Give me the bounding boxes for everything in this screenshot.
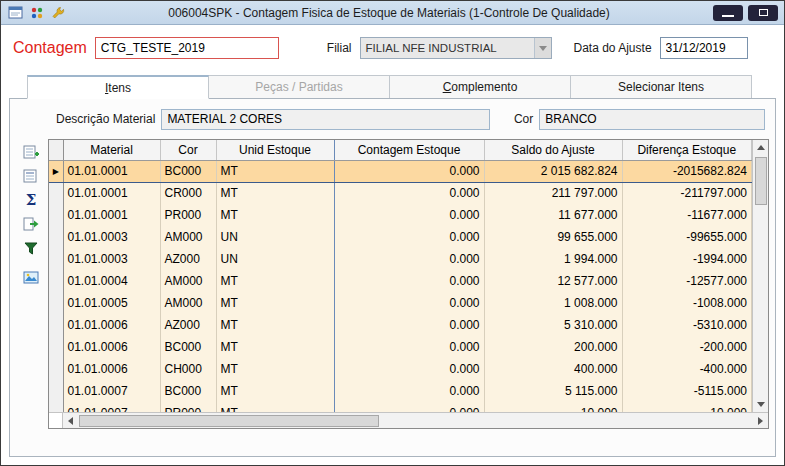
grid-cell[interactable]: MT xyxy=(216,160,334,182)
add-row-icon[interactable] xyxy=(20,141,42,163)
grid-cell[interactable]: -99655.000 xyxy=(622,226,752,248)
grid-cell[interactable]: AZ000 xyxy=(160,248,216,270)
grid-cell[interactable]: 01.01.0005 xyxy=(63,292,160,314)
grid-cell[interactable]: MT xyxy=(216,314,334,336)
grid-cell[interactable]: 01.01.0001 xyxy=(63,204,160,226)
grid-cell[interactable]: UN xyxy=(216,248,334,270)
scroll-left-button[interactable] xyxy=(63,413,78,428)
cor-field[interactable]: BRANCO xyxy=(539,109,765,130)
grid-cell[interactable]: 0.000 xyxy=(334,402,484,412)
column-header-contagem-estoque[interactable]: Contagem Estoque xyxy=(334,140,484,160)
grid-cell[interactable]: MT xyxy=(216,182,334,204)
column-header-material[interactable]: Material xyxy=(63,140,160,160)
grid-cell[interactable]: 0.000 xyxy=(334,380,484,402)
grid-cell[interactable]: 0.000 xyxy=(334,182,484,204)
grid-cell[interactable]: MT xyxy=(216,270,334,292)
grid-cell[interactable]: 11 677.000 xyxy=(484,204,622,226)
grid-cell[interactable]: BC000 xyxy=(160,380,216,402)
scroll-right-button[interactable] xyxy=(753,413,768,428)
grid-cell[interactable]: MT xyxy=(216,402,334,412)
horizontal-scrollbar[interactable] xyxy=(63,413,768,428)
grid-cell[interactable]: -10.000 xyxy=(622,402,752,412)
grid-cell[interactable]: BC000 xyxy=(160,336,216,358)
column-header-diferen-a-estoque[interactable]: Diferença Estoque xyxy=(622,140,752,160)
table-row[interactable]: 01.01.0003AZ000UN0.0001 994.000-1994.000 xyxy=(49,248,752,270)
chart-icon[interactable] xyxy=(20,267,42,289)
table-row[interactable]: 01.01.0005AM000MT0.0001 008.000-1008.000 xyxy=(49,292,752,314)
vertical-scrollbar[interactable] xyxy=(752,140,768,412)
contagem-input[interactable] xyxy=(95,37,279,59)
grid-cell[interactable]: PR000 xyxy=(160,402,216,412)
table-row[interactable]: 01.01.0007PR000MT0.00010.000-10.000 xyxy=(49,402,752,412)
vertical-scroll-thumb[interactable] xyxy=(755,157,767,205)
table-row[interactable]: 01.01.0006CH000MT0.000400.000-400.000 xyxy=(49,358,752,380)
table-row[interactable]: ▶01.01.0001BC000MT0.0002 015 682.824-201… xyxy=(49,160,752,182)
grid-cell[interactable]: CH000 xyxy=(160,358,216,380)
grid-cell[interactable]: 01.01.0004 xyxy=(63,270,160,292)
export-icon[interactable] xyxy=(20,213,42,235)
grid-cell[interactable]: -211797.000 xyxy=(622,182,752,204)
grid-cell[interactable]: 0.000 xyxy=(334,336,484,358)
components-icon[interactable] xyxy=(28,4,46,22)
column-header-cor[interactable]: Cor xyxy=(160,140,216,160)
grid-cell[interactable]: MT xyxy=(216,204,334,226)
grid-cell[interactable]: MT xyxy=(216,380,334,402)
grid-cell[interactable]: MT xyxy=(216,358,334,380)
grid-cell[interactable]: 01.01.0001 xyxy=(63,182,160,204)
scroll-up-button[interactable] xyxy=(754,140,768,155)
table-row[interactable]: 01.01.0007BC000MT0.0005 115.000-5115.000 xyxy=(49,380,752,402)
grid-cell[interactable]: -400.000 xyxy=(622,358,752,380)
grid-cell[interactable]: AM000 xyxy=(160,270,216,292)
grid-cell[interactable]: 0.000 xyxy=(334,314,484,336)
grid-cell[interactable]: 01.01.0003 xyxy=(63,226,160,248)
data-ajuste-input[interactable] xyxy=(660,37,748,59)
grid-cell[interactable]: AM000 xyxy=(160,226,216,248)
table-row[interactable]: 01.01.0006BC000MT0.000200.000-200.000 xyxy=(49,336,752,358)
grid-cell[interactable]: 01.01.0006 xyxy=(63,336,160,358)
grid-cell[interactable]: 5 310.000 xyxy=(484,314,622,336)
table-row[interactable]: 01.01.0001PR000MT0.00011 677.000-11677.0… xyxy=(49,204,752,226)
wrench-icon[interactable] xyxy=(49,4,67,22)
grid-cell[interactable]: -12577.000 xyxy=(622,270,752,292)
filial-combobox[interactable]: FILIAL NFE INDUSTRIAL xyxy=(360,37,552,59)
grid-cell[interactable]: -1994.000 xyxy=(622,248,752,270)
tab-pecas-partidas[interactable]: Peças / Partidas xyxy=(209,75,390,99)
grid-cell[interactable]: 5 115.000 xyxy=(484,380,622,402)
grid-cell[interactable]: MT xyxy=(216,292,334,314)
descricao-material-field[interactable]: MATERIAL 2 CORES xyxy=(161,109,490,130)
grid-cell[interactable]: 0.000 xyxy=(334,226,484,248)
horizontal-scroll-thumb[interactable] xyxy=(79,415,379,427)
filter-icon[interactable] xyxy=(20,237,42,259)
grid-cell[interactable]: 1 994.000 xyxy=(484,248,622,270)
grid-cell[interactable]: -5115.000 xyxy=(622,380,752,402)
chevron-down-icon[interactable] xyxy=(534,38,551,58)
table-row[interactable]: 01.01.0006AZ000MT0.0005 310.000-5310.000 xyxy=(49,314,752,336)
scroll-down-button[interactable] xyxy=(754,397,768,412)
grid-cell[interactable]: AM000 xyxy=(160,292,216,314)
grid-cell[interactable]: 10.000 xyxy=(484,402,622,412)
tab-itens[interactable]: Itens xyxy=(27,75,209,99)
grid-cell[interactable]: 211 797.000 xyxy=(484,182,622,204)
grid-cell[interactable]: -11677.000 xyxy=(622,204,752,226)
form-icon[interactable] xyxy=(7,4,25,22)
detail-list-icon[interactable] xyxy=(20,165,42,187)
tab-selecionar-itens[interactable]: Selecionar Itens xyxy=(571,75,752,99)
grid-cell[interactable]: 1 008.000 xyxy=(484,292,622,314)
grid-cell[interactable]: 400.000 xyxy=(484,358,622,380)
grid-cell[interactable]: -1008.000 xyxy=(622,292,752,314)
grid-cell[interactable]: 2 015 682.824 xyxy=(484,160,622,182)
column-header-unid-estoque[interactable]: Unid Estoque xyxy=(216,140,334,160)
grid-cell[interactable]: 01.01.0006 xyxy=(63,314,160,336)
grid-cell[interactable]: BC000 xyxy=(160,160,216,182)
grid-cell[interactable]: 01.01.0006 xyxy=(63,358,160,380)
sum-icon[interactable]: Σ xyxy=(20,189,42,211)
grid-cell[interactable]: 0.000 xyxy=(334,292,484,314)
grid-cell[interactable]: 01.01.0007 xyxy=(63,380,160,402)
grid-cell[interactable]: -200.000 xyxy=(622,336,752,358)
grid-cell[interactable]: MT xyxy=(216,336,334,358)
grid-cell[interactable]: 01.01.0001 xyxy=(63,160,160,182)
grid-cell[interactable]: 0.000 xyxy=(334,248,484,270)
grid-cell[interactable]: PR000 xyxy=(160,204,216,226)
grid-cell[interactable]: 0.000 xyxy=(334,270,484,292)
grid-cell[interactable]: 12 577.000 xyxy=(484,270,622,292)
